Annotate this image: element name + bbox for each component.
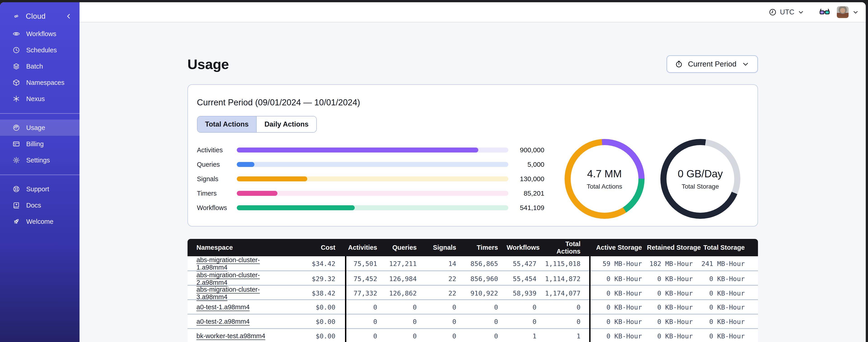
nexus-icon <box>12 95 20 103</box>
charts-row: Activities900,000Queries5,000Signals130,… <box>197 143 748 215</box>
cell-total-actions: 1,114,872 <box>545 271 589 287</box>
sidebar-item-schedules[interactable]: Schedules <box>0 42 80 58</box>
namespace-cell: abs-migration-cluster-2.a98mm4 <box>188 271 291 287</box>
row-pad <box>750 299 758 314</box>
cell-timers: 0 <box>465 314 507 329</box>
docs-icon <box>12 201 20 209</box>
cell-timers: 0 <box>465 328 507 342</box>
cell-active-storage: 0 KB-Hour <box>591 299 647 314</box>
namespace-link[interactable]: abs-migration-cluster-2.a98mm4 <box>196 271 291 286</box>
account-menu-chevron-icon[interactable] <box>852 9 859 15</box>
sidebar-item-welcome[interactable]: Welcome <box>0 213 80 230</box>
bar-track <box>237 205 508 210</box>
namespace-link[interactable]: bk-worker-test.a98mm4 <box>196 332 266 340</box>
cell-active-storage: 0 KB-Hour <box>591 328 647 342</box>
cell-workflows: 55,454 <box>507 271 545 287</box>
namespace-link[interactable]: a0-test-1.a98mm4 <box>196 303 250 311</box>
table-row: abs-migration-cluster-1.a98mm4$34.4275,5… <box>188 256 758 271</box>
column-header-timers: Timers <box>465 244 507 251</box>
sidebar-item-label: Billing <box>26 140 43 148</box>
cell-active-storage: 0 KB-Hour <box>591 314 647 329</box>
bar-track <box>237 176 508 181</box>
timezone-selector[interactable]: UTC <box>769 8 804 16</box>
sidebar-nav-primary: WorkflowsSchedulesBatchNamespacesNexus <box>0 26 80 107</box>
brand-label: Cloud <box>26 12 45 21</box>
donut-center: 0 GB/DayTotal Storage <box>660 139 740 219</box>
column-header-queries: Queries <box>386 244 426 251</box>
namespace-cell: abs-migration-cluster-1.a98mm4 <box>188 256 291 271</box>
column-header-cost: Cost <box>291 244 345 251</box>
cell-retained-storage: 0 KB-Hour <box>647 328 698 342</box>
row-pad <box>750 256 758 271</box>
appearance-glasses-icon[interactable] <box>819 6 831 18</box>
sidebar-item-usage[interactable]: Usage <box>0 119 80 136</box>
cell-timers: 910,922 <box>465 285 507 301</box>
actions-bar-chart: Activities900,000Queries5,000Signals130,… <box>197 143 545 215</box>
donut-total-storage: 0 GB/DayTotal Storage <box>660 139 740 219</box>
app-window: Cloud WorkflowsSchedulesBatchNamespacesN… <box>0 2 866 342</box>
sidebar-item-nexus[interactable]: Nexus <box>0 91 80 107</box>
bar-fill <box>237 205 355 210</box>
sidebar-item-support[interactable]: Support <box>0 181 80 197</box>
namespace-link[interactable]: abs-migration-cluster-1.a98mm4 <box>196 256 291 271</box>
cell-timers: 856,960 <box>465 271 507 287</box>
bar-label: Timers <box>197 190 237 197</box>
bar-row-signals: Signals130,000 <box>197 172 545 186</box>
settings-icon <box>12 156 20 164</box>
temporal-logo-icon <box>12 12 20 20</box>
sidebar-item-settings[interactable]: Settings <box>0 152 80 168</box>
donut-value: 0 GB/Day <box>678 168 723 180</box>
user-avatar[interactable] <box>837 6 848 18</box>
bar-row-workflows: Workflows541,109 <box>197 201 545 215</box>
card-title: Current Period (09/01/2024 — 10/01/2024) <box>197 97 748 108</box>
bar-fill <box>237 191 277 196</box>
column-header-namespace: Namespace <box>188 244 291 251</box>
bar-label: Signals <box>197 175 237 183</box>
period-select-button[interactable]: Current Period <box>666 55 758 73</box>
column-header-activities: Activities <box>346 244 386 251</box>
donut-label: Total Actions <box>587 183 622 190</box>
bar-label: Queries <box>197 161 237 168</box>
cell-timers: 856,865 <box>465 256 507 271</box>
cell-signals: 0 <box>426 299 465 314</box>
cell-total-storage: 0 KB-Hour <box>698 299 750 314</box>
namespace-link[interactable]: a0-test-2.a98mm4 <box>196 318 250 325</box>
column-header-retained-storage: Retained Storage <box>647 244 698 251</box>
cell-retained-storage: 0 KB-Hour <box>647 314 698 329</box>
tab-total-actions[interactable]: Total Actions <box>197 116 256 132</box>
timezone-label: UTC <box>780 8 794 16</box>
bar-value: 541,109 <box>508 204 545 212</box>
cell-activities: 0 <box>346 314 386 329</box>
sidebar-item-label: Settings <box>26 157 50 164</box>
bar-value: 85,201 <box>508 190 545 197</box>
column-header-signals: Signals <box>426 244 465 251</box>
donut-value: 4.7 MM <box>587 168 622 180</box>
bar-track <box>237 191 508 196</box>
sidebar-item-batch[interactable]: Batch <box>0 58 80 74</box>
cell-total-storage: 0 KB-Hour <box>698 314 750 329</box>
sidebar-item-label: Usage <box>26 124 45 132</box>
bar-value: 5,000 <box>508 161 545 168</box>
workflows-icon <box>12 30 20 38</box>
collapse-sidebar-button[interactable] <box>65 12 73 20</box>
sidebar: Cloud WorkflowsSchedulesBatchNamespacesN… <box>0 2 80 342</box>
cell-retained-storage: 182 MB-Hour <box>647 256 698 271</box>
namespaces-icon <box>12 78 20 87</box>
cell-signals: 14 <box>426 256 465 271</box>
namespace-cell: a0-test-2.a98mm4 <box>188 314 291 329</box>
cell-queries: 126,984 <box>386 271 426 287</box>
cell-cost: $38.42 <box>291 285 345 301</box>
namespace-link[interactable]: abs-migration-cluster-3.a98mm4 <box>196 286 291 301</box>
bar-label: Activities <box>197 146 237 154</box>
bar-row-activities: Activities900,000 <box>197 143 545 157</box>
batch-icon <box>12 62 20 70</box>
sidebar-item-docs[interactable]: Docs <box>0 197 80 213</box>
cell-queries: 0 <box>386 314 426 329</box>
sidebar-item-namespaces[interactable]: Namespaces <box>0 74 80 91</box>
cell-cost: $29.32 <box>291 271 345 287</box>
tab-daily-actions[interactable]: Daily Actions <box>256 116 316 132</box>
cell-queries: 0 <box>386 328 426 342</box>
sidebar-item-workflows[interactable]: Workflows <box>0 26 80 42</box>
cell-workflows: 55,427 <box>507 256 545 271</box>
sidebar-item-billing[interactable]: Billing <box>0 136 80 152</box>
